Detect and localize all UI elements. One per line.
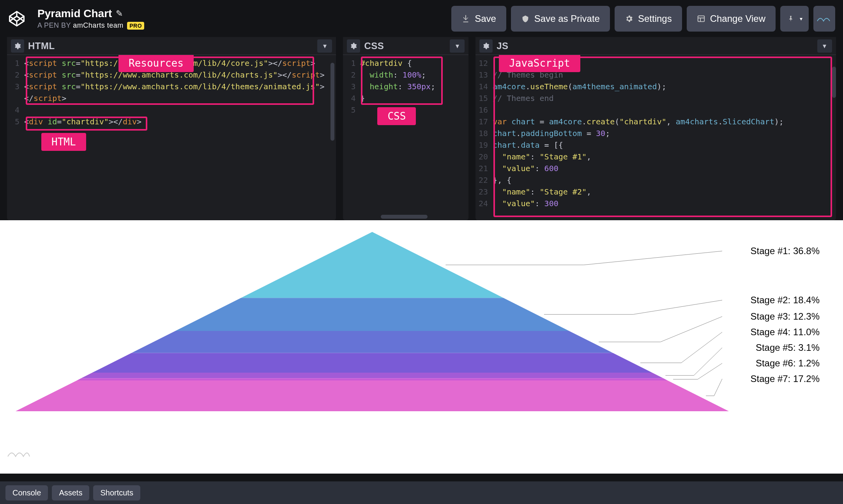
shortcuts-button[interactable]: Shortcuts — [93, 485, 140, 500]
save-private-button[interactable]: Save as Private — [511, 6, 610, 32]
html-panel-title: HTML — [28, 41, 55, 51]
pen-byline: A PEN BY amCharts team PRO — [37, 21, 144, 30]
svg-marker-8 — [131, 331, 613, 353]
header-buttons: Save Save as Private Settings Change Vie… — [451, 6, 835, 32]
js-panel: JS ▾ 12 13// Themes begin 14am4core.useT… — [475, 37, 836, 220]
pro-badge: PRO — [127, 22, 144, 30]
footer-bar: Console Assets Shortcuts — [0, 481, 843, 504]
pen-title: Pyramid Chart — [37, 7, 112, 20]
pyramid-chart[interactable] — [8, 232, 737, 411]
chart-label: Stage #5: 3.1% — [756, 343, 820, 353]
chart-label: Stage #6: 1.2% — [756, 358, 820, 368]
js-panel-title: JS — [497, 41, 508, 51]
html-annotation: HTML — [41, 133, 86, 151]
author-link[interactable]: amCharts team — [73, 21, 124, 29]
html-panel-head: HTML ▾ — [7, 37, 336, 55]
css-panel-head: CSS ▾ — [343, 37, 468, 55]
css-settings-icon[interactable] — [347, 39, 360, 53]
edit-title-icon[interactable]: ✎ — [116, 9, 123, 19]
change-view-button[interactable]: Change View — [687, 6, 776, 32]
chart-label: Stage #1: 36.8% — [751, 246, 820, 256]
js-collapse-icon[interactable]: ▾ — [817, 39, 832, 53]
css-code-area[interactable]: 1#chartdiv { 2 width: 100%; 3 height: 35… — [343, 55, 468, 220]
html-collapse-icon[interactable]: ▾ — [317, 39, 332, 53]
svg-rect-3 — [698, 16, 704, 21]
codepen-logo[interactable] — [8, 10, 26, 28]
svg-marker-11 — [77, 378, 667, 380]
html-settings-icon[interactable] — [11, 39, 24, 53]
chart-label: Stage #3: 12.3% — [751, 311, 820, 322]
html-code-area[interactable]: 1<script src="https://www.amcharts.com/l… — [7, 55, 336, 220]
css-collapse-icon[interactable]: ▾ — [450, 39, 465, 53]
preview-pane: Stage #1: 36.8%Stage #2: 18.4%Stage #3: … — [0, 220, 843, 474]
settings-button[interactable]: Settings — [615, 6, 682, 32]
amcharts-avatar[interactable] — [813, 6, 835, 32]
html-panel: HTML ▾ 1<script src="https://www.amchart… — [7, 37, 336, 220]
svg-marker-7 — [175, 298, 569, 331]
js-settings-icon[interactable] — [479, 39, 493, 53]
svg-marker-10 — [81, 373, 663, 378]
amcharts-watermark — [7, 448, 30, 458]
svg-marker-12 — [16, 380, 729, 411]
js-panel-head: JS ▾ — [475, 37, 836, 55]
js-code-area[interactable]: 12 13// Themes begin 14am4core.useTheme(… — [475, 55, 836, 220]
title-block: Pyramid Chart ✎ A PEN BY amCharts team P… — [37, 7, 144, 30]
css-panel: CSS ▾ 1#chartdiv { 2 width: 100%; 3 heig… — [343, 37, 468, 220]
assets-button[interactable]: Assets — [52, 485, 89, 500]
app-header: Pyramid Chart ✎ A PEN BY amCharts team P… — [0, 0, 843, 37]
editors-row: HTML ▾ 1<script src="https://www.amchart… — [0, 37, 843, 220]
svg-marker-9 — [92, 353, 652, 373]
svg-marker-6 — [241, 232, 503, 298]
save-button[interactable]: Save — [451, 6, 506, 32]
chart-label: Stage #7: 17.2% — [751, 374, 820, 384]
chart-label: Stage #4: 11.0% — [751, 327, 820, 337]
chart-label: Stage #2: 18.4% — [751, 295, 820, 305]
pin-button[interactable]: ▾ — [780, 6, 809, 32]
css-panel-title: CSS — [364, 41, 384, 51]
console-button[interactable]: Console — [5, 485, 48, 500]
